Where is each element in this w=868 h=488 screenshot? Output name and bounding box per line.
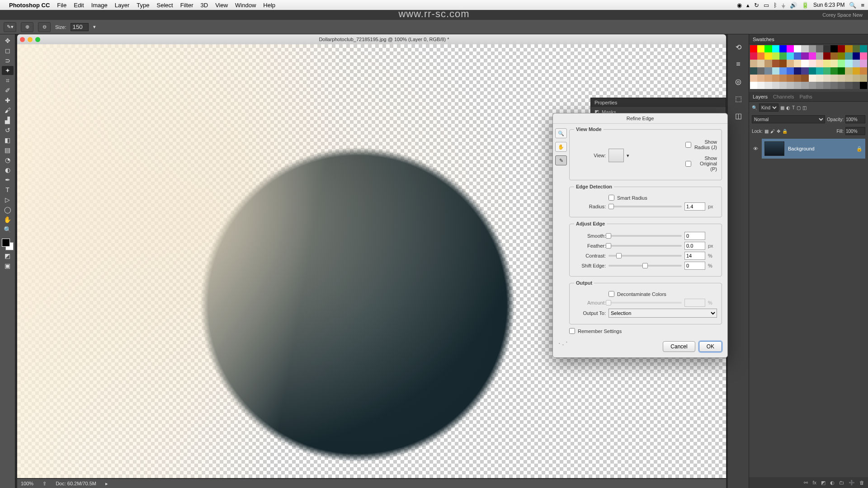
healing-tool[interactable]: ✚ <box>2 96 14 105</box>
dialog-hand-tool[interactable]: ✋ <box>555 142 567 152</box>
swatch[interactable] <box>794 67 801 75</box>
swatch[interactable] <box>809 75 816 82</box>
swatch[interactable] <box>845 52 852 60</box>
swatch[interactable] <box>794 45 801 52</box>
shift-input[interactable] <box>684 262 705 270</box>
view-chevron-icon[interactable]: ▾ <box>627 153 629 159</box>
quickmask-toggle[interactable]: ◩ <box>2 251 14 260</box>
filter-type-icon[interactable]: T <box>792 105 795 110</box>
swatch[interactable] <box>772 52 779 60</box>
stamp-tool[interactable]: ▟ <box>2 116 14 125</box>
swatch[interactable] <box>794 82 801 89</box>
gradient-tool[interactable]: ▤ <box>2 145 14 155</box>
filter-adjust-icon[interactable]: ◐ <box>786 105 790 110</box>
swatch[interactable] <box>801 75 808 82</box>
swatch[interactable] <box>845 82 852 89</box>
type-tool[interactable]: T <box>2 185 14 194</box>
group-icon[interactable]: 🗀 <box>839 480 844 485</box>
menu-layer[interactable]: Layer <box>115 2 130 9</box>
mask-icon[interactable]: ◩ <box>821 480 826 486</box>
swatch[interactable] <box>816 75 823 82</box>
fg-bg-color[interactable] <box>2 239 14 250</box>
menu-type[interactable]: Type <box>137 2 149 9</box>
doc-info[interactable]: Doc: 60.2M/70.5M <box>56 481 96 486</box>
fill-input[interactable] <box>845 127 865 135</box>
tab-channels[interactable]: Channels <box>773 94 794 99</box>
swatch[interactable] <box>838 67 845 75</box>
menu-select[interactable]: Select <box>156 2 173 9</box>
tab-layers[interactable]: Layers <box>753 94 768 99</box>
shape-tool[interactable]: ◯ <box>2 205 14 214</box>
filter-kind-icon[interactable]: 🔍 <box>752 105 757 110</box>
volume-icon[interactable]: 🔊 <box>790 2 797 9</box>
swatch[interactable] <box>830 82 838 89</box>
swatch[interactable] <box>750 82 757 89</box>
swatch[interactable] <box>830 45 838 52</box>
contrast-input[interactable] <box>684 252 705 260</box>
swatch[interactable] <box>764 45 772 52</box>
adjustments-panel-icon[interactable]: ≡ <box>733 59 744 70</box>
workspace-name[interactable]: Corey Space New <box>822 12 863 18</box>
contrast-slider[interactable] <box>609 255 682 257</box>
dialog-zoom-tool[interactable]: 🔍 <box>555 128 567 138</box>
brush-tool[interactable]: 🖌 <box>2 106 14 115</box>
swatch[interactable] <box>779 52 787 60</box>
smooth-input[interactable] <box>684 232 705 240</box>
menu-3d[interactable]: 3D <box>201 2 208 9</box>
swatch[interactable] <box>757 52 764 60</box>
spotlight-icon[interactable]: 🔍 <box>849 2 856 9</box>
menu-help[interactable]: Help <box>263 2 275 9</box>
radius-input[interactable] <box>684 202 705 211</box>
lasso-tool[interactable]: ⊃ <box>2 56 14 65</box>
swatch[interactable] <box>787 82 794 89</box>
minimize-icon[interactable] <box>28 37 33 42</box>
sync-icon[interactable]: ↻ <box>754 2 759 9</box>
swatch[interactable] <box>860 67 867 75</box>
swatch[interactable] <box>816 67 823 75</box>
remember-row[interactable]: Remember Settings <box>569 328 722 334</box>
opacity-input[interactable] <box>845 115 865 123</box>
lock-pos-icon[interactable]: ✥ <box>777 129 780 134</box>
battery-icon[interactable]: 🔋 <box>802 2 809 9</box>
swatch[interactable] <box>838 75 845 82</box>
swatch[interactable] <box>823 60 830 67</box>
swatch[interactable] <box>764 75 772 82</box>
cc-libraries-icon[interactable]: ◎ <box>733 76 744 87</box>
swatch[interactable] <box>823 45 830 52</box>
swatch[interactable] <box>838 52 845 60</box>
swatch[interactable] <box>750 75 757 82</box>
smart-radius-row[interactable]: Smart Radius <box>574 195 717 201</box>
swatch[interactable] <box>838 60 845 67</box>
swatch[interactable] <box>809 52 816 60</box>
marquee-tool[interactable]: ◻ <box>2 46 14 55</box>
swatch[interactable] <box>757 75 764 82</box>
swatch[interactable] <box>757 45 764 52</box>
swatch[interactable] <box>845 60 852 67</box>
maximize-icon[interactable] <box>35 37 40 42</box>
swatch[interactable] <box>772 82 779 89</box>
menu-filter[interactable]: Filter <box>180 2 193 9</box>
radius-slider[interactable] <box>609 206 682 207</box>
lock-pixel-icon[interactable]: 🖌 <box>770 129 775 134</box>
decontaminate-row[interactable]: Decontaminate Colors <box>574 291 717 297</box>
swatch[interactable] <box>750 67 757 75</box>
swatch[interactable] <box>779 82 787 89</box>
statusbar-chevron-icon[interactable]: ▸ <box>105 481 108 487</box>
swatch[interactable] <box>845 67 852 75</box>
swatch[interactable] <box>757 60 764 67</box>
swatch[interactable] <box>845 75 852 82</box>
document-titlebar[interactable]: Dollarphotoclub_72185195.jpg @ 100% (Lay… <box>17 34 726 44</box>
shift-slider[interactable] <box>609 265 682 267</box>
dialog-refine-brush[interactable]: ✎ <box>555 155 567 165</box>
swatch[interactable] <box>838 45 845 52</box>
menu-edit[interactable]: Edit <box>74 2 84 9</box>
menu-window[interactable]: Window <box>235 2 256 9</box>
swatch[interactable] <box>794 75 801 82</box>
feather-input[interactable] <box>684 242 705 250</box>
filter-pixel-icon[interactable]: ▦ <box>780 105 784 110</box>
swatch[interactable] <box>809 67 816 75</box>
tab-paths[interactable]: Paths <box>800 94 812 99</box>
trash-icon[interactable]: 🗑 <box>859 480 864 485</box>
swatch[interactable] <box>750 52 757 60</box>
filter-shape-icon[interactable]: ▢ <box>797 105 801 110</box>
